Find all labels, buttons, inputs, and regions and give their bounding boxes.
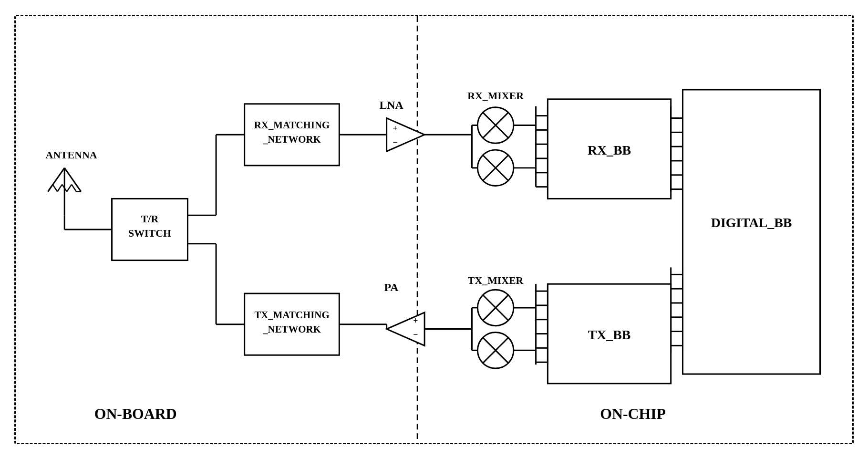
rx-matching-label2: _NETWORK: [262, 134, 321, 145]
digital-bb-label: DIGITAL_BB: [711, 215, 792, 230]
svg-line-4: [48, 185, 52, 192]
tr-switch-label-line1: T/R: [141, 213, 159, 225]
on-chip-label: ON-CHIP: [600, 406, 666, 422]
pa-plus: +: [413, 316, 418, 325]
tx-matching-label1: TX_MATCHING: [254, 309, 329, 321]
tx-mixer-label: TX_MIXER: [468, 275, 524, 286]
tx-matching-label2: _NETWORK: [262, 323, 321, 335]
svg-line-8: [67, 185, 72, 192]
rx-bb-label: RX_BB: [588, 143, 631, 157]
on-board-label: ON-BOARD: [94, 406, 177, 422]
tx-bb-label: TX_BB: [588, 327, 631, 342]
lna-label: LNA: [379, 99, 403, 111]
antenna-label: ANTENNA: [45, 149, 97, 161]
svg-line-3: [64, 168, 81, 192]
diagram-container: ANTENNA T/R SWITCH RX_MATCHING _NETWORK …: [14, 15, 854, 444]
rx-mixer-label: RX_MIXER: [467, 90, 524, 102]
pa-minus: −: [413, 330, 418, 339]
pa-label: PA: [384, 281, 399, 293]
svg-line-6: [57, 185, 62, 192]
pa-amplifier: [387, 313, 424, 346]
digital-bb-block: [683, 90, 820, 374]
lna-plus: +: [393, 124, 398, 133]
svg-line-5: [52, 185, 57, 192]
svg-line-9: [72, 185, 76, 192]
lna-minus: −: [393, 137, 398, 147]
tr-switch-label-line2: SWITCH: [128, 228, 171, 239]
rx-matching-label1: RX_MATCHING: [254, 119, 330, 131]
